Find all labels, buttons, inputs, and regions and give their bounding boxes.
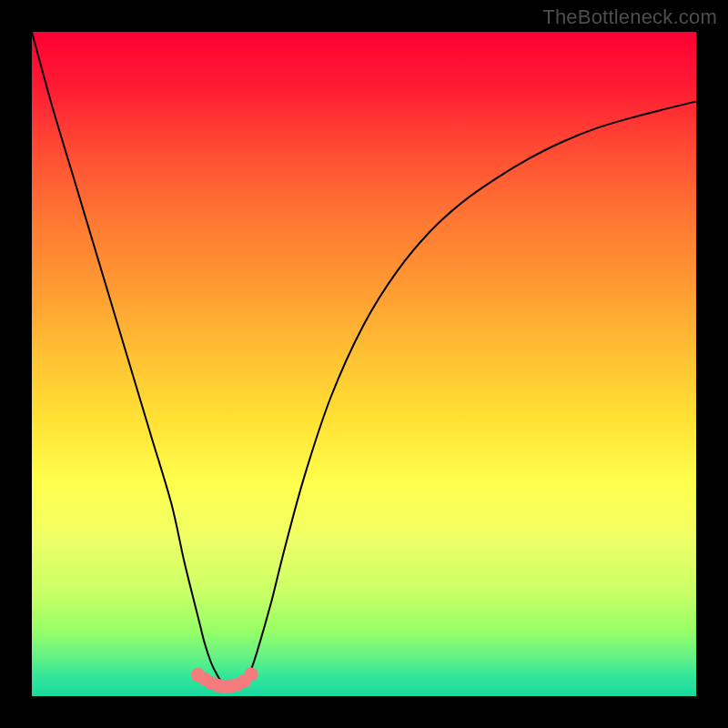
marker-dot <box>244 667 258 681</box>
bottom-markers <box>191 667 258 693</box>
bottleneck-curve <box>32 32 696 690</box>
chart-frame: TheBottleneck.com <box>0 0 728 728</box>
curve-layer <box>32 32 696 696</box>
plot-area <box>32 32 696 696</box>
bottleneck-curve-path <box>32 32 696 690</box>
watermark-text: TheBottleneck.com <box>542 5 717 29</box>
